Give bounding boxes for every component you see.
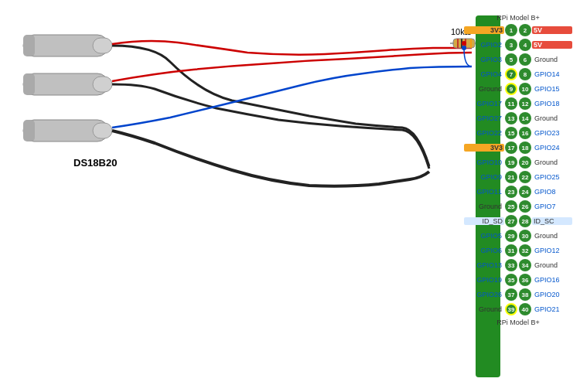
pin-left-label-9: Ground [464, 85, 504, 93]
pin-number-28: 28 [519, 215, 531, 227]
pin-right-label-24: GPIO8 [532, 188, 572, 196]
pin-number-8: 8 [519, 68, 531, 80]
pin-right-label-8: GPIO14 [532, 70, 572, 78]
pin-left-label-29: GPIO5 [464, 232, 504, 240]
main-canvas: DS18B20 10kΩ [0, 0, 580, 392]
pin-row: GPIO271314Ground [464, 111, 572, 125]
pin-number-24: 24 [519, 186, 531, 198]
pin-right-label-36: GPIO16 [532, 276, 572, 284]
pin-left-label-5: GPIO3 [464, 56, 504, 63]
pin-row: GPIO112324GPIO8 [464, 185, 572, 199]
pin-right-label-26: GPIO7 [532, 203, 572, 210]
pin-row: GPIO193536GPIO16 [464, 273, 572, 287]
pin-right-label-20: Ground [532, 159, 572, 166]
pin-number-34: 34 [519, 259, 531, 271]
svg-rect-8 [23, 120, 35, 141]
pin-row: GPIO133334Ground [464, 258, 572, 272]
pin-left-label-21: GPIO9 [464, 173, 504, 181]
pin-row: GPIO52930Ground [464, 229, 572, 243]
pin-left-label-31: GPIO6 [464, 247, 504, 254]
pin-number-7: 7 [505, 68, 517, 80]
pin-row: GPIO92122GPIO25 [464, 170, 572, 184]
pin-number-35: 35 [505, 274, 517, 286]
pin-left-label-1: 3V3 [464, 26, 504, 34]
pin-right-label-34: Ground [532, 261, 572, 269]
pin-row: GPIO221516GPIO23 [464, 126, 572, 140]
pin-right-label-14: Ground [532, 114, 572, 122]
pin-number-21: 21 [505, 171, 517, 183]
pin-number-6: 6 [519, 53, 531, 66]
pin-number-18: 18 [519, 141, 531, 154]
pin-number-37: 37 [505, 288, 517, 301]
pin-number-5: 5 [505, 53, 517, 66]
pin-left-label-11: GPIO17 [464, 100, 504, 107]
pin-right-label-38: GPIO20 [532, 291, 572, 298]
pin-right-label-12: GPIO18 [532, 100, 572, 107]
pin-number-1: 1 [505, 24, 517, 36]
pin-number-32: 32 [519, 244, 531, 257]
rpi-header-top: RPi Model B+ [464, 14, 572, 22]
pin-number-15: 15 [505, 127, 517, 139]
pin-right-label-16: GPIO23 [532, 129, 572, 137]
pin-row: GPIO63132GPIO12 [464, 244, 572, 257]
pin-row: Ground2526GPIO7 [464, 199, 572, 213]
pin-left-label-27: ID_SD [464, 217, 504, 225]
pin-left-label-35: GPIO19 [464, 276, 504, 284]
pin-row: Ground910GPIO15 [464, 82, 572, 96]
pin-number-25: 25 [505, 200, 517, 213]
pin-table: RPi Model B+ 3V3125VGPIO2345VGPIO356Grou… [464, 14, 572, 328]
rpi-header-bottom: RPi Model B+ [464, 319, 572, 326]
pin-right-label-18: GPIO24 [532, 144, 572, 152]
pin-number-19: 19 [505, 156, 517, 169]
pin-right-label-4: 5V [532, 41, 572, 49]
pin-number-30: 30 [519, 230, 531, 242]
pin-number-36: 36 [519, 274, 531, 286]
pin-row: GPIO101920Ground [464, 155, 572, 169]
pin-right-label-6: Ground [532, 56, 572, 63]
pin-number-2: 2 [519, 24, 531, 36]
pin-number-29: 29 [505, 230, 517, 242]
pin-number-39: 39 [505, 303, 517, 315]
pin-number-11: 11 [505, 97, 517, 110]
pin-number-12: 12 [519, 97, 531, 110]
pin-left-label-7: GPIO4 [464, 70, 504, 78]
pin-number-20: 20 [519, 156, 531, 169]
pin-number-26: 26 [519, 200, 531, 213]
pin-row: GPIO478GPIO14 [464, 67, 572, 81]
pin-left-label-23: GPIO11 [464, 188, 504, 196]
pin-number-40: 40 [519, 303, 531, 315]
pin-number-14: 14 [519, 112, 531, 124]
svg-rect-3 [93, 38, 112, 53]
pin-number-13: 13 [505, 112, 517, 124]
pin-right-label-28: ID_SC [532, 217, 572, 225]
pin-number-27: 27 [505, 215, 517, 227]
pin-left-label-19: GPIO10 [464, 159, 504, 166]
pin-number-4: 4 [519, 39, 531, 51]
pin-left-label-13: GPIO27 [464, 114, 504, 122]
svg-rect-6 [93, 77, 112, 92]
svg-rect-2 [23, 35, 35, 56]
pin-number-16: 16 [519, 127, 531, 139]
pin-number-3: 3 [505, 39, 517, 51]
pin-row: GPIO2345V [464, 38, 572, 52]
sensor-label: DS18B20 [73, 157, 117, 169]
pin-number-17: 17 [505, 141, 517, 154]
pin-number-38: 38 [519, 288, 531, 301]
pin-row: 3V3125V [464, 23, 572, 37]
pin-right-label-32: GPIO12 [532, 247, 572, 254]
pin-number-33: 33 [505, 259, 517, 271]
pin-right-label-40: GPIO21 [532, 305, 572, 313]
pin-right-label-30: Ground [532, 232, 572, 240]
pin-row: GPIO263738GPIO20 [464, 288, 572, 302]
pin-row: GPIO356Ground [464, 53, 572, 66]
pin-number-31: 31 [505, 244, 517, 257]
svg-rect-5 [23, 73, 35, 95]
pin-left-label-25: Ground [464, 203, 504, 210]
pin-left-label-15: GPIO22 [464, 129, 504, 137]
pin-left-label-39: Ground [464, 305, 504, 313]
pin-row: Ground3940GPIO21 [464, 302, 572, 316]
pin-right-label-22: GPIO25 [532, 173, 572, 181]
pin-left-label-3: GPIO2 [464, 41, 504, 49]
pin-row: ID_SD2728ID_SC [464, 214, 572, 228]
pin-right-label-10: GPIO15 [532, 85, 572, 93]
